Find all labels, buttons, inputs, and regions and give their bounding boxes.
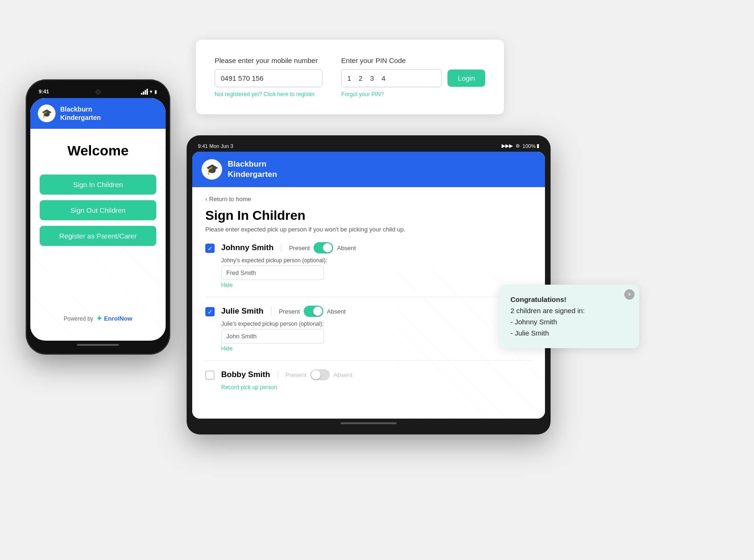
wifi-icon: ▾: [150, 89, 153, 95]
congrats-body: 2 children are signed in:: [510, 307, 585, 315]
bobby-divider: [278, 371, 278, 379]
powered-by: Powered by ✦ EnrolNow: [30, 314, 166, 323]
tablet-home-indicator: [192, 419, 545, 428]
tablet-status-bar: 9:41 Mon Jun 3 ▶▶▶ ⊛ 100% ▮: [192, 142, 545, 152]
bobby-name: Bobby Smith: [221, 370, 270, 379]
julie-checkbox[interactable]: ✓: [205, 307, 215, 316]
bobby-present-label: Present: [286, 371, 307, 378]
page-title: Sign In Children: [205, 208, 532, 223]
pin-input[interactable]: [341, 69, 442, 87]
tablet-battery: 100% ▮: [523, 143, 539, 149]
johnny-toggle-knob: [323, 243, 332, 252]
julie-toggle[interactable]: [304, 306, 323, 317]
back-link[interactable]: ‹ Return to home: [205, 196, 532, 203]
not-registered-link[interactable]: Not registered yet? Click here to regist…: [215, 91, 322, 98]
welcome-text: Welcome: [40, 143, 156, 159]
congrats-child1: - Johnny Smith: [510, 318, 557, 326]
julie-divider: [271, 307, 272, 315]
tablet-app-logo: 🎓: [202, 159, 222, 180]
congrats-title: Congratulations!: [510, 294, 628, 305]
bobby-toggle-knob: [311, 370, 321, 379]
phone-screen: 🎓 Blackburn Kindergarten Welcome Sign In…: [30, 98, 166, 341]
register-button[interactable]: Register as Parent/Carer: [40, 226, 156, 246]
tablet-status-icons: ▶▶▶ ⊛ 100% ▮: [502, 143, 539, 149]
phone-shell: 9:41 ▾ ▮ 🎓 Blackburn: [26, 79, 170, 355]
forgot-pin-link[interactable]: Forgot your PIN?: [341, 91, 485, 98]
login-button[interactable]: Login: [447, 70, 485, 87]
johnny-present-label: Present: [289, 245, 310, 252]
tablet-app-name: Blackburn Kindergarten: [228, 159, 277, 180]
johnny-divider: [281, 244, 281, 252]
sign-in-children-button[interactable]: Sign In Children: [40, 175, 156, 195]
phone-notch: [79, 87, 117, 97]
phone-app-name: Blackburn Kindergarten: [60, 105, 101, 122]
tablet-screen: 🎓 Blackburn Kindergarten ‹ Return to hom…: [192, 152, 545, 419]
julie-presence-toggle: Present Absent: [279, 306, 346, 317]
tablet-wifi-icon: ⊛: [516, 143, 520, 149]
tablet-app-header: 🎓 Blackburn Kindergarten: [192, 152, 545, 187]
mobile-label: Please enter your mobile number: [215, 56, 322, 64]
tablet-shell: 9:41 Mon Jun 3 ▶▶▶ ⊛ 100% ▮ 🎓 Blackburn …: [187, 135, 551, 434]
johnny-name-row: Johnny Smith Present Absent: [221, 242, 532, 253]
back-chevron-icon: ‹: [205, 196, 207, 203]
page-subtitle: Please enter expected pick up person if …: [205, 226, 532, 233]
julie-present-label: Present: [279, 308, 300, 315]
johnny-toggle[interactable]: [314, 242, 333, 253]
app-logo-icon: 🎓: [42, 108, 52, 119]
phone-status-icons: ▾ ▮: [141, 89, 157, 95]
pin-section: Enter your PIN Code Login Forgot your PI…: [341, 56, 485, 98]
tablet-signal-icon: ▶▶▶: [502, 143, 513, 149]
johnny-pickup-label: Johny's expected pickup person (optional…: [221, 257, 532, 264]
phone-mockup: 9:41 ▾ ▮ 🎓 Blackburn: [26, 79, 170, 355]
julie-toggle-knob: [313, 307, 322, 316]
johnny-name: Johnny Smith: [221, 243, 273, 252]
julie-pickup-input[interactable]: [221, 329, 324, 343]
phone-home-indicator: [30, 341, 166, 349]
bobby-toggle[interactable]: [310, 369, 330, 380]
phone-camera: [96, 90, 100, 94]
pin-row: Login: [341, 69, 485, 87]
johnny-pickup-input[interactable]: [221, 266, 324, 280]
johnny-presence-toggle: Present Absent: [289, 242, 356, 253]
bobby-presence-toggle: Present Absent: [286, 369, 352, 380]
mobile-section: Please enter your mobile number Not regi…: [215, 56, 322, 98]
julie-absent-label: Absent: [327, 308, 346, 315]
phone-app-header: 🎓 Blackburn Kindergarten: [30, 98, 166, 129]
tablet-home-bar: [341, 422, 397, 424]
phone-body: Welcome Sign In Children Sign Out Childr…: [30, 129, 166, 334]
tablet-mockup: 9:41 Mon Jun 3 ▶▶▶ ⊛ 100% ▮ 🎓 Blackburn …: [187, 135, 551, 434]
congrats-child2: - Julie Smith: [510, 329, 549, 337]
bobby-absent-label: Absent: [334, 371, 352, 378]
congrats-popup: × Congratulations! 2 children are signed…: [499, 285, 639, 348]
tablet-time: 9:41 Mon Jun 3: [198, 143, 233, 149]
phone-time: 9:41: [39, 89, 49, 94]
phone-app-logo: 🎓: [38, 105, 56, 122]
bobby-checkbox[interactable]: [205, 371, 215, 380]
signal-icon: [141, 89, 148, 95]
pin-label: Enter your PIN Code: [341, 56, 485, 64]
congrats-text: Congratulations! 2 children are signed i…: [510, 294, 628, 339]
tablet-logo-icon: 🎓: [206, 163, 218, 175]
johnny-checkbox[interactable]: ✓: [205, 244, 215, 253]
sign-out-children-button[interactable]: Sign Out Children: [40, 200, 156, 220]
johnny-absent-label: Absent: [337, 245, 356, 252]
battery-icon: ▮: [154, 89, 157, 94]
home-bar: [77, 344, 119, 346]
login-card: Please enter your mobile number Not regi…: [196, 40, 504, 114]
congrats-close-button[interactable]: ×: [624, 289, 635, 300]
phone-status-bar: 9:41 ▾ ▮: [30, 85, 166, 98]
mobile-input[interactable]: [215, 69, 322, 87]
julie-name: Julie Smith: [221, 307, 264, 316]
tablet-content: ‹ Return to home Sign In Children Please…: [192, 187, 545, 419]
enrolnow-logo: ✦ EnrolNow: [96, 314, 133, 323]
